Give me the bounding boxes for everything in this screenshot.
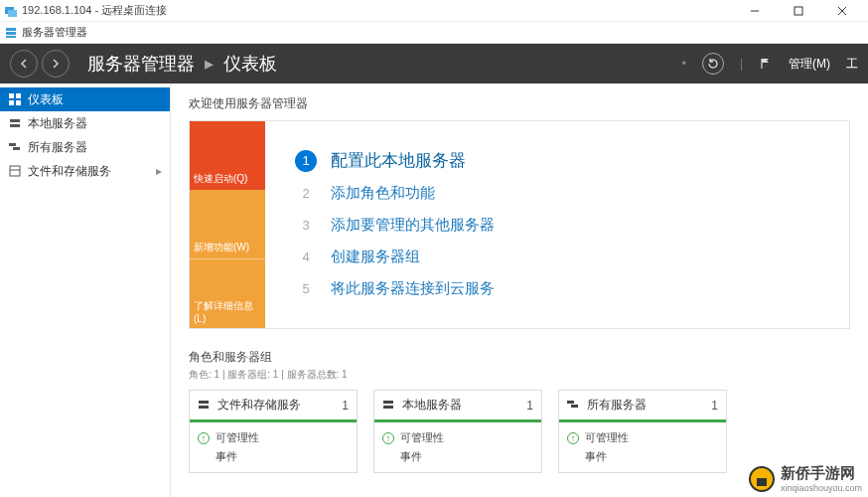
step-label: 创建服务器组	[331, 248, 420, 266]
breadcrumb: 服务器管理器 ▸ 仪表板	[87, 52, 277, 76]
tab-whatsnew[interactable]: 新增功能(W)	[190, 190, 265, 258]
breadcrumb-current: 仪表板	[223, 52, 277, 76]
status-ok-icon: ↑	[198, 432, 210, 444]
header-sep: •	[682, 57, 686, 71]
nav-back-button[interactable]	[10, 50, 38, 78]
step-add-servers[interactable]: 3 添加要管理的其他服务器	[295, 214, 819, 236]
status-ok-icon: ↑	[567, 432, 579, 444]
server-icon	[382, 399, 396, 413]
header-bar: 服务器管理器 ▸ 仪表板 • | 管理(M) 工	[0, 44, 868, 83]
chevron-right-icon: ▸	[205, 53, 214, 75]
svg-rect-9	[9, 93, 14, 98]
sidebar: 仪表板 本地服务器 所有服务器 文件和存储服务 ▸	[0, 83, 171, 497]
svg-rect-12	[16, 100, 21, 105]
roles-section-subtitle: 角色: 1 | 服务器组: 1 | 服务器总数: 1	[189, 368, 850, 382]
tile-events: 事件	[400, 449, 422, 464]
tile-manageability: 可管理性	[585, 430, 629, 445]
svg-rect-1	[8, 10, 17, 17]
tab-quickstart[interactable]: 快速启动(Q)	[190, 121, 265, 190]
tile-events: 事件	[585, 449, 607, 464]
svg-rect-19	[199, 401, 209, 404]
sidebar-item-file-storage[interactable]: 文件和存储服务 ▸	[0, 159, 170, 183]
sidebar-item-label: 文件和存储服务	[28, 163, 111, 180]
tile-count: 1	[711, 399, 718, 413]
tile-file-storage[interactable]: 文件和存储服务 1 ↑可管理性 事件	[189, 390, 358, 473]
svg-rect-15	[9, 143, 16, 146]
dashboard-icon	[8, 92, 22, 106]
app-menubar: 服务器管理器	[0, 22, 868, 44]
tile-events: 事件	[216, 449, 237, 464]
watermark-url: xinqiaoshouyou.com	[781, 483, 862, 493]
step-number: 4	[295, 246, 317, 267]
svg-rect-22	[383, 406, 393, 409]
sidebar-item-label: 所有服务器	[28, 139, 87, 156]
sidebar-item-all-servers[interactable]: 所有服务器	[0, 135, 170, 159]
tile-count: 1	[342, 399, 349, 413]
tile-title: 所有服务器	[587, 397, 647, 414]
window-maximize-button[interactable]	[777, 0, 820, 22]
welcome-heading: 欢迎使用服务器管理器	[189, 95, 850, 112]
sidebar-item-label: 本地服务器	[28, 115, 87, 132]
svg-rect-10	[16, 93, 21, 98]
chevron-right-icon: ▸	[156, 164, 162, 178]
storage-icon	[8, 164, 22, 178]
tile-title: 本地服务器	[402, 397, 462, 414]
main-content: 欢迎使用服务器管理器 快速启动(Q) 新增功能(W) 了解详细信息(L) 1 配…	[171, 83, 868, 497]
step-configure-local[interactable]: 1 配置此本地服务器	[295, 149, 819, 172]
sidebar-item-dashboard[interactable]: 仪表板	[0, 87, 170, 111]
menu-tools[interactable]: 工	[846, 56, 858, 73]
header-divider: |	[740, 57, 743, 71]
breadcrumb-root[interactable]: 服务器管理器	[87, 52, 195, 76]
tile-title: 文件和存储服务	[217, 397, 301, 414]
step-number: 3	[295, 214, 317, 236]
svg-rect-21	[383, 401, 393, 404]
step-connect-cloud[interactable]: 5 将此服务器连接到云服务	[295, 277, 819, 299]
sidebar-item-local-server[interactable]: 本地服务器	[0, 111, 170, 135]
step-add-roles[interactable]: 2 添加角色和功能	[295, 182, 819, 204]
watermark-logo-icon	[749, 466, 775, 492]
step-create-group[interactable]: 4 创建服务器组	[295, 246, 819, 267]
menu-manage[interactable]: 管理(M)	[789, 56, 830, 73]
rdp-titlebar: 192.168.1.104 - 远程桌面连接	[0, 0, 868, 22]
svg-rect-13	[10, 119, 20, 122]
svg-rect-11	[9, 100, 14, 105]
rdp-title: 192.168.1.104 - 远程桌面连接	[22, 3, 167, 18]
tile-manageability: 可管理性	[216, 430, 259, 445]
roles-section-title: 角色和服务器组	[189, 349, 850, 366]
step-label: 添加角色和功能	[331, 184, 435, 203]
svg-rect-16	[13, 147, 20, 150]
tab-learnmore[interactable]: 了解详细信息(L)	[190, 258, 265, 328]
step-label: 将此服务器连接到云服务	[331, 279, 495, 298]
sidebar-item-label: 仪表板	[28, 91, 64, 108]
tile-all-servers[interactable]: 所有服务器 1 ↑可管理性 事件	[558, 390, 727, 473]
step-label: 配置此本地服务器	[331, 149, 466, 172]
tile-manageability: 可管理性	[400, 430, 444, 445]
nav-forward-button[interactable]	[42, 50, 70, 78]
step-number: 1	[295, 150, 317, 172]
refresh-button[interactable]	[702, 53, 724, 75]
svg-rect-17	[10, 166, 20, 176]
svg-rect-23	[567, 401, 574, 404]
watermark: 新侨手游网 xinqiaoshouyou.com	[749, 464, 862, 493]
svg-rect-3	[795, 7, 802, 15]
step-number: 5	[295, 277, 317, 299]
svg-rect-20	[199, 406, 209, 409]
roles-tiles: 文件和存储服务 1 ↑可管理性 事件 本地服务器 1 ↑可管理性 事件	[189, 390, 850, 473]
tile-count: 1	[526, 399, 533, 413]
window-close-button[interactable]	[820, 0, 864, 22]
svg-rect-8	[6, 36, 16, 38]
flag-icon[interactable]	[759, 57, 773, 71]
svg-rect-24	[571, 405, 578, 408]
servers-icon	[8, 140, 22, 154]
storage-icon	[198, 399, 212, 413]
server-icon	[8, 116, 22, 130]
servers-icon	[567, 399, 581, 413]
svg-rect-14	[10, 124, 20, 127]
status-ok-icon: ↑	[382, 432, 394, 444]
welcome-panel: 快速启动(Q) 新增功能(W) 了解详细信息(L) 1 配置此本地服务器 2 添…	[189, 120, 850, 329]
step-label: 添加要管理的其他服务器	[331, 216, 495, 235]
svg-rect-6	[6, 28, 16, 31]
svg-rect-7	[6, 32, 16, 35]
tile-local-server[interactable]: 本地服务器 1 ↑可管理性 事件	[373, 390, 542, 473]
window-minimize-button[interactable]	[733, 0, 777, 22]
